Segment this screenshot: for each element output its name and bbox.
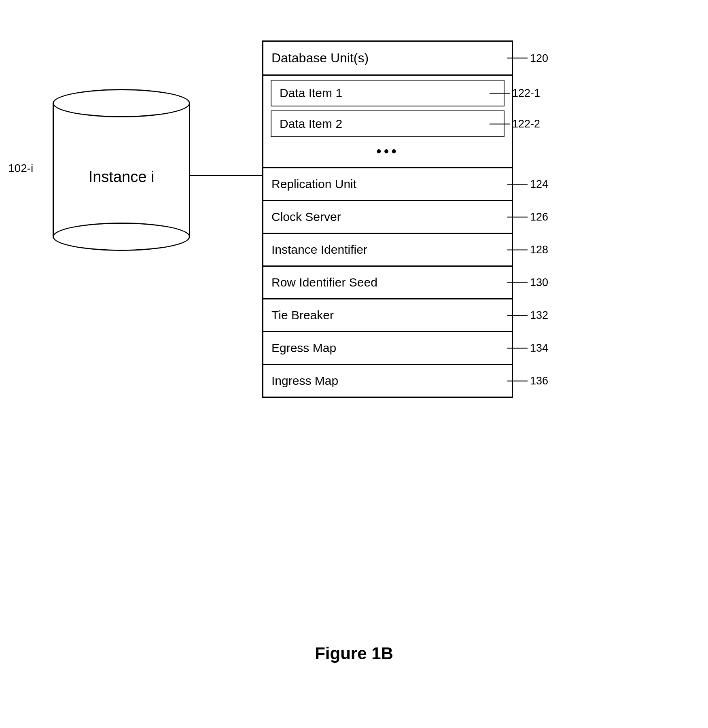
ref-132-group: 132 [507, 309, 548, 322]
ref-label-126: 126 [530, 211, 548, 223]
data-item-2-box: Data Item 2 122-2 [271, 110, 505, 137]
figure-caption: Figure 1B [315, 644, 393, 663]
ref-134-group: 134 [507, 342, 548, 354]
data-item-1-box: Data Item 1 122-1 [271, 80, 505, 106]
ref-label-122-1: 122-1 [512, 87, 540, 100]
cylinder-top [53, 89, 190, 117]
tick-124 [507, 184, 528, 185]
clock-server-row: Clock Server 126 [263, 201, 512, 234]
tick-134 [507, 348, 528, 348]
tick-132 [507, 315, 528, 316]
replication-unit-label: Replication Unit [271, 177, 356, 191]
clock-server-label: Clock Server [271, 210, 341, 223]
ref-122-1-group: 122-1 [490, 87, 540, 100]
data-items-section: Data Item 1 122-1 Data Item 2 122-2 ••• [263, 76, 512, 168]
ingress-map-label: Ingress Map [271, 374, 338, 387]
tie-breaker-row: Tie Breaker 132 [263, 299, 512, 332]
ref-128-group: 128 [507, 244, 548, 256]
ref-label-134: 134 [530, 342, 548, 354]
ellipsis-dots: ••• [271, 141, 505, 163]
ref-label-128: 128 [530, 244, 548, 256]
ref-122-2-group: 122-2 [490, 118, 540, 130]
tick-122-1 [490, 93, 510, 93]
ref-label-122-2: 122-2 [512, 118, 540, 130]
instance-identifier-row: Instance Identifier 128 [263, 234, 512, 267]
ref-label-130: 130 [530, 276, 548, 289]
egress-map-label: Egress Map [271, 341, 336, 354]
ref-126-group: 126 [507, 211, 548, 223]
cylinder-body: Instance i [53, 103, 190, 237]
ref-120-group: 120 [507, 52, 548, 64]
ref-124-group: 124 [507, 178, 548, 191]
tick-130 [507, 282, 528, 283]
row-identifier-seed-label: Row Identifier Seed [271, 276, 377, 289]
row-identifier-seed-row: Row Identifier Seed 130 [263, 267, 512, 299]
ref-label-132: 132 [530, 309, 548, 322]
main-box: Database Unit(s) 120 Data Item 1 122-1 D… [262, 40, 513, 398]
ref-130-group: 130 [507, 276, 548, 289]
cylinder-shape: Instance i [53, 89, 190, 251]
ref-label-124: 124 [530, 178, 548, 191]
tick-136 [507, 380, 528, 381]
instance-id-label: 102-i [8, 162, 33, 175]
tick-128 [507, 249, 528, 250]
instance-label: Instance i [89, 168, 155, 186]
instance-identifier-label: Instance Identifier [271, 243, 367, 256]
egress-map-row: Egress Map 134 [263, 332, 512, 365]
ref-label-136: 136 [530, 375, 548, 387]
tick-120 [507, 58, 528, 59]
ref-label-120: 120 [530, 52, 548, 64]
database-units-header: Database Unit(s) 120 [263, 42, 512, 76]
data-item-1-label: Data Item 1 [280, 86, 342, 100]
ref-136-group: 136 [507, 375, 548, 387]
data-item-2-label: Data Item 2 [280, 117, 342, 130]
tie-breaker-label: Tie Breaker [271, 308, 334, 322]
tick-122-2 [490, 123, 510, 124]
tick-126 [507, 216, 528, 217]
diagram: 102-i Instance i Database Unit(s) 120 [0, 0, 708, 728]
instance-cylinder: 102-i Instance i [45, 89, 198, 251]
replication-unit-row: Replication Unit 124 [263, 168, 512, 201]
connector-line [187, 175, 262, 176]
ingress-map-row: Ingress Map 136 [263, 365, 512, 397]
cylinder-bottom [53, 223, 190, 251]
